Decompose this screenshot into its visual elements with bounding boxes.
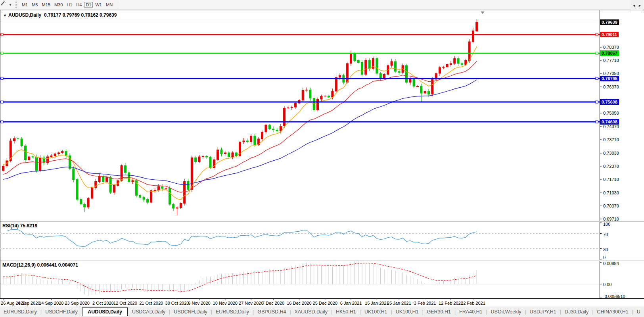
candle-body [287,108,289,108]
date-tick-label: 18 Nov 2020 [213,301,238,305]
timeframe-button-w1[interactable]: W1 [94,2,104,8]
chart-tab-gbpusd-h4[interactable]: GBPUSD,H4 [254,309,289,315]
horizontal-line-0.78067[interactable] [0,52,600,54]
candle-body [428,91,430,94]
candle-body [143,198,145,200]
timeframe-buttons: M1M5M15M30H1H4D1W1MN [20,1,115,9]
candle-body [132,181,134,182]
chart-tab-usoil-weekly[interactable]: USOil,Weekly [487,309,525,315]
hline-handle[interactable] [596,101,598,103]
chart-tab-usdchf-daily[interactable]: USDCHF,Daily [42,309,81,315]
candle-body [235,153,237,156]
hline-handle[interactable] [596,52,598,54]
candle-body [272,129,274,130]
hline-handle[interactable] [1,121,3,123]
candle-body [254,136,256,145]
candle-body [139,196,141,198]
hline-handle[interactable] [1,101,3,103]
candle-body [439,67,441,73]
price-line-badge: 0.75608 [600,99,619,105]
timeframe-button-h1[interactable]: H1 [65,2,74,8]
candle-body [383,75,385,79]
candle-body [302,90,304,100]
tool-dropdown-caret[interactable]: ▼ [9,3,12,7]
timeframe-button-m1[interactable]: M1 [20,2,29,8]
candle-body [128,173,130,182]
rsi-tick-label: 0 [603,255,606,260]
chart-tab-usdjpy-h1[interactable]: USDJPY,H1 [526,309,560,315]
chart-tab-usdcad-daily[interactable]: USDCAD,Daily [128,309,169,315]
candle-body [465,61,467,65]
candle-body [184,182,186,204]
chart-tab-usdcnh-daily[interactable]: USDCNH,Daily [170,309,211,315]
candle-body [102,177,104,182]
price-line-badge: 0.76795 [600,76,619,81]
candle-body [268,125,270,129]
chart-tab-xauusd-daily[interactable]: XAUUSD,Daily [291,309,331,315]
candle-body [150,190,152,202]
chart-tab-audusd-daily[interactable]: AUDUSD,Daily [82,307,128,316]
chart-tab-fra40-h1[interactable]: FRA40,H1 [456,309,486,315]
tab-scroll-arrows: ◄ ► [631,0,643,11]
candle-body [217,150,219,160]
candle-body [320,96,322,100]
timeframe-button-m30[interactable]: M30 [53,2,64,8]
shift-marker-icon [481,12,485,14]
candle-body [291,107,293,108]
price-tick-label: 0.78370 [603,45,619,50]
tab-scroll-left-icon[interactable]: ◄ [632,4,636,8]
hline-handle[interactable] [596,77,598,80]
tab-scroll-right-icon[interactable]: ► [638,4,642,8]
hline-handle[interactable] [596,33,598,36]
date-tick-label: 12 Oct 2020 [113,301,137,305]
hline-handle[interactable] [596,121,598,123]
candle-body [124,166,126,173]
chart-title: ▼AUDUSD,Daily 0.79177 0.79769 0.79162 0.… [3,12,117,18]
timeframe-button-m5[interactable]: M5 [30,2,39,8]
date-tick-label: 3 Feb 2021 [414,301,436,305]
candle-body [395,61,397,71]
timeframe-button-d1[interactable]: D1 [84,2,93,8]
chart-tab-uk100-h1[interactable]: UK100,H1 [392,309,422,315]
chart-tab-hk50-h1[interactable]: HK50,H1 [332,309,360,315]
candle-body [91,188,93,199]
chart-tool-icon[interactable] [2,1,9,8]
price-tick-label: 0.69710 [603,217,619,221]
timeframe-button-h4[interactable]: H4 [75,2,83,8]
hline-handle[interactable] [1,33,3,36]
chart-tab-eurusd-daily[interactable]: EURUSD,Daily [0,309,40,315]
date-tick-label: 25 Jan 2021 [387,301,411,305]
ohlc-values: 0.79177 0.79769 0.79162 0.79639 [44,12,117,18]
chart-tab-dj30-daily[interactable]: DJ30,Daily [561,309,592,315]
candle-body [161,186,163,188]
chart-tab-uk100-h1[interactable]: UK100,H1 [361,309,391,315]
price-tick-label: 0.70370 [603,204,619,208]
macd-tick-label: -0.0056510 [603,294,625,299]
candle-body [472,31,474,42]
candle-body [2,166,4,171]
hline-handle[interactable] [1,77,3,80]
chart-tab-u[interactable]: U [633,309,644,315]
candle-body [417,86,419,87]
chart-tab-eurusd-daily[interactable]: EURUSD,Daily [212,309,253,315]
timeframe-button-mn[interactable]: MN [104,2,114,8]
macd-tick-label: 0.00 [603,282,611,287]
horizontal-line-0.79011[interactable] [0,33,600,36]
date-tick-label: 16 Dec 2020 [287,301,311,305]
chart-tab-china300-h1[interactable]: CHINA300,H1 [593,309,632,315]
date-tick-label: 22 Feb 2021 [461,301,485,305]
candles [2,19,478,215]
hline-handle[interactable] [1,52,3,54]
timeframe-button-m15[interactable]: M15 [40,2,52,8]
date-tick-label: 27 Nov 2020 [239,301,263,305]
price-tick-label: 0.77710 [603,58,619,63]
horizontal-line-0.74608[interactable] [0,121,600,123]
candle-body [339,76,341,78]
candle-body [446,65,448,67]
candle-body [328,96,330,98]
chart-tab-ger30-h1[interactable]: GER30,H1 [424,309,454,315]
candle-body [354,54,356,61]
candle-body [209,157,211,168]
candle-body [195,158,197,162]
horizontal-line-0.76795[interactable] [0,77,600,80]
